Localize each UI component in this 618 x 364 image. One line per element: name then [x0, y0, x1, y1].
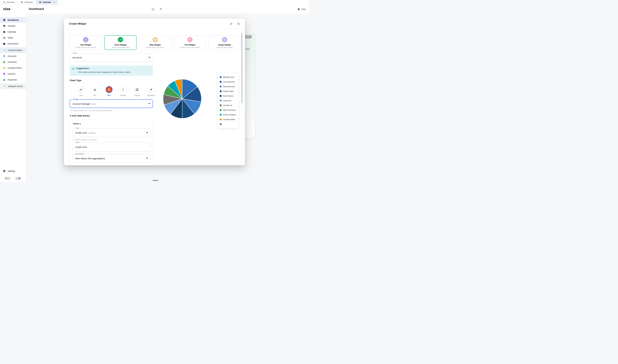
- widget-type-card-image-widget[interactable]: Image WidgetDisplay custom images: [209, 35, 241, 50]
- chart-type-label: Line: [76, 94, 86, 96]
- sidebar-item-label: Invoices: [8, 73, 15, 75]
- pie-chart: [163, 79, 202, 119]
- chart-type-label: Bar: [90, 94, 100, 96]
- legend-color-dot: [220, 114, 222, 116]
- sidebar-item-label: Payments: [8, 78, 17, 81]
- x-field-label: X Field: [72, 98, 79, 100]
- legend-color-dot: [220, 118, 222, 120]
- sidebar-item-label: Contract Terms: [8, 67, 22, 69]
- widget-type-description: Display custom text content: [180, 46, 200, 48]
- sidebar-item-label: Accounts: [8, 55, 16, 57]
- search-icon[interactable]: [151, 8, 155, 11]
- legend-item: Lisa anderson: [220, 79, 239, 84]
- workspace-switcher[interactable]: nixa: [297, 8, 306, 11]
- widget-type-name: Stat Widget: [80, 44, 91, 46]
- legend-label: Amanda white: [223, 118, 235, 121]
- suggestions-title: Suggestions:: [77, 67, 90, 69]
- series-field-value: Credit Limit(number): [75, 131, 95, 134]
- contract-terms-icon: [3, 66, 6, 69]
- sidebar-collapse-button[interactable]: [25, 18, 28, 22]
- sidebar-item-settings[interactable]: Settings: [0, 168, 26, 174]
- sidebar-item-threads[interactable]: Threads: [0, 23, 26, 29]
- sidebar-item-label: Tasks: [8, 37, 13, 39]
- series-field-select[interactable]: Field Credit Limit(number): [73, 128, 150, 137]
- sidebar-item-documents[interactable]: Documents: [0, 41, 26, 47]
- legend-label: Michael chen: [223, 76, 234, 78]
- tab-label: Calendar: [42, 1, 51, 3]
- legend-label: Kevin brown: [223, 95, 233, 97]
- app-logo: nixa: [3, 7, 10, 11]
- browser-tab-contracts[interactable]: Contracts: [18, 0, 36, 4]
- sidebar-item-contracts[interactable]: Contracts: [0, 59, 26, 65]
- chart-type-option-sparkline[interactable]: Sparkline: [146, 86, 156, 96]
- series-label-input[interactable]: Label Credit Limit: [73, 143, 150, 152]
- documents-icon: [3, 42, 6, 45]
- widget-type-description: Visualize data with charts: [111, 46, 129, 48]
- sidebar-item-accounts[interactable]: Accounts: [0, 53, 26, 59]
- widget-type-card-text-widget[interactable]: TrText WidgetDisplay custom text content: [174, 35, 206, 50]
- theme-toggle[interactable]: [5, 177, 10, 180]
- x-field-select[interactable]: X Field Account Manager(text): [70, 99, 153, 108]
- gear-icon: [3, 170, 6, 172]
- widget-type-card-stat-widget[interactable]: Stat WidgetDisplay metrics and counters: [70, 35, 102, 50]
- sidebar-item-payments[interactable]: Payments: [0, 77, 26, 83]
- chart-type-option-line[interactable]: Line: [76, 86, 86, 96]
- calendar-icon: [39, 1, 41, 3]
- legend-color-dot: [220, 90, 222, 92]
- sidebar-item-contract-terms[interactable]: Contract Terms: [0, 65, 26, 71]
- sidebar-item-software-devel[interactable]: Software Devel...: [0, 83, 26, 89]
- chart-type-option-pie[interactable]: Pie: [104, 86, 114, 96]
- legend-color-dot: [220, 123, 222, 125]
- widget-type-card-chart-widget[interactable]: Chart WidgetVisualize data with charts: [104, 35, 136, 50]
- expand-swap-icon[interactable]: [230, 22, 233, 25]
- sun-icon: [5, 177, 7, 180]
- legend-color-dot: [220, 81, 222, 83]
- sidebar-item-invoices[interactable]: Invoices: [0, 71, 26, 77]
- x-field-helper: 11 fields available for X-axis (all fiel…: [71, 110, 112, 111]
- widget-type-card-map-widget[interactable]: Map WidgetDisplay address locations: [139, 35, 171, 50]
- sidebar-item-contract-mana[interactable]: Contract Mana...: [0, 47, 26, 53]
- series-aggregation-select[interactable]: Aggregation Raw Values (No Aggregation): [73, 154, 150, 163]
- sidebar-item-tasks[interactable]: Tasks: [0, 35, 26, 41]
- legend-item: Mark thompson: [220, 108, 239, 112]
- close-icon[interactable]: [237, 22, 240, 25]
- widget-type-name: Map Widget: [150, 44, 161, 46]
- accounts-bank-icon: [3, 55, 6, 57]
- app-header: nixa Dashboard nixa: [0, 5, 309, 14]
- entity-select[interactable]: Entity Accounts: [70, 53, 153, 62]
- series-aggregation-label: Aggregation: [75, 153, 85, 155]
- ai-sparkles-icon[interactable]: [159, 8, 163, 11]
- chart-type-option-bar[interactable]: Bar: [90, 86, 100, 96]
- chevron-down-icon: [4, 49, 6, 51]
- sidebar-item-label: Threads: [8, 25, 15, 27]
- line-chart-icon: [78, 86, 84, 93]
- contracts-doc-icon: [3, 61, 6, 63]
- series-card: Series 1 Field Credit Limit(number) 11 f…: [70, 120, 153, 165]
- legend-label: Mark thompson: [223, 109, 236, 111]
- modal-header: Create Widget: [64, 18, 245, 29]
- chart-type-option-scatter[interactable]: Scatter: [118, 86, 128, 96]
- sidebar-item-calendar[interactable]: Calendar: [0, 29, 26, 35]
- invoices-icon: [3, 73, 6, 75]
- chart-type-option-gauge[interactable]: Gauge: [132, 86, 142, 96]
- chevron-down-icon: [149, 57, 150, 58]
- trend-up-icon: [118, 37, 123, 42]
- legend-item: Jennifer liu: [220, 103, 239, 108]
- window-drag-handle[interactable]: [153, 180, 158, 181]
- tab-close-icon[interactable]: ×: [53, 1, 55, 3]
- info-icon: [72, 67, 75, 70]
- tasks-icon: [3, 36, 6, 39]
- browser-tab-accounts[interactable]: Accounts: [0, 0, 18, 4]
- browser-tab-bar: AccountsContractsCalendar×: [0, 0, 309, 5]
- legend-label: Lisa anderson: [223, 81, 235, 83]
- svg-text:Tr: Tr: [189, 39, 191, 40]
- chevron-down-icon: [146, 158, 148, 159]
- legend-color-dot: [220, 109, 222, 111]
- color-toggle[interactable]: [15, 177, 21, 180]
- modal-scrollbar[interactable]: [241, 33, 243, 103]
- sidebar-item-dashboard[interactable]: Dashboard: [0, 17, 26, 23]
- sidebar-item-label: Documents: [8, 42, 18, 45]
- sidebar-item-label: Calendar: [8, 31, 16, 33]
- legend-item: Amanda white: [220, 117, 239, 122]
- browser-tab-calendar[interactable]: Calendar×: [36, 0, 58, 4]
